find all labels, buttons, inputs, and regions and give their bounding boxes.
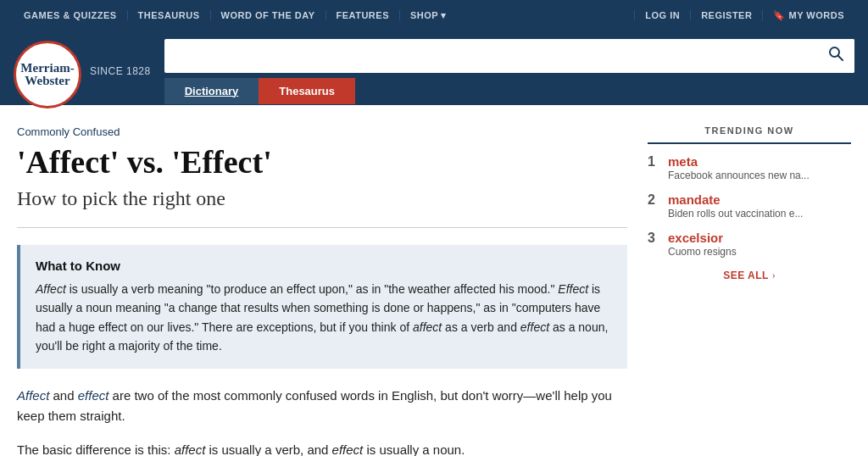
trending-word-1[interactable]: meta: [668, 154, 810, 169]
trending-divider: [648, 142, 851, 144]
content-area: Commonly Confused 'Affect' vs. 'Effect' …: [17, 125, 627, 456]
trending-item-3: 3 excelsior Cuomo resigns: [648, 231, 851, 259]
sidebar: Trending Now 1 meta Facebook announces n…: [648, 125, 851, 456]
nav-shop[interactable]: Shop ▾: [400, 10, 457, 21]
trending-item-2: 2 mandate Biden rolls out vaccination e.…: [648, 192, 851, 220]
tab-bar: Dictionary Thesaurus: [164, 78, 854, 104]
trending-desc-3: Cuomo resigns: [668, 246, 737, 258]
search-button[interactable]: [817, 39, 854, 73]
bookmark-icon: 🔖: [773, 10, 786, 20]
search-input[interactable]: [164, 48, 817, 64]
nav-games[interactable]: Games & Quizzes: [14, 10, 128, 20]
main-content: Commonly Confused 'Affect' vs. 'Effect' …: [0, 105, 868, 456]
trending-word-2[interactable]: mandate: [668, 192, 803, 207]
effect-italic-1: Effect: [558, 282, 588, 296]
tab-dictionary[interactable]: Dictionary: [164, 78, 259, 104]
effect-link-1[interactable]: effect: [78, 388, 109, 403]
affect-italic: Affect: [36, 282, 66, 296]
affect-italic-2: affect: [413, 320, 442, 334]
nav-register[interactable]: Register: [690, 10, 762, 20]
divider: [17, 227, 627, 228]
chevron-down-icon: ▾: [441, 10, 447, 21]
trending-rank-2: 2: [648, 192, 659, 208]
article-title: 'Affect' vs. 'Effect': [17, 145, 627, 181]
nav-my-words[interactable]: 🔖 My Words: [762, 10, 854, 21]
article-body: Affect and effect are two of the most co…: [17, 386, 627, 456]
nav-login[interactable]: Log In: [634, 10, 690, 20]
top-nav: Games & Quizzes Thesaurus Word of the Da…: [0, 0, 868, 31]
trending-rank-3: 3: [648, 231, 659, 246]
logo[interactable]: Merriam- Webster: [14, 41, 81, 108]
search-tab-area: Dictionary Thesaurus: [164, 39, 854, 104]
search-bar: [164, 39, 854, 73]
trending-rank-1: 1: [648, 154, 659, 170]
logo-text: Merriam- Webster: [20, 62, 74, 87]
logo-area: Merriam- Webster SINCE 1828: [14, 37, 151, 105]
affect-link-1[interactable]: Affect: [17, 388, 49, 403]
what-to-know-text: Affect is usually a verb meaning "to pro…: [36, 280, 612, 356]
see-all-link[interactable]: SEE ALL: [723, 270, 769, 281]
header: Merriam- Webster SINCE 1828 Dictionary T…: [0, 31, 868, 105]
trending-item-1: 1 meta Facebook announces new na...: [648, 154, 851, 182]
trending-header: Trending Now: [648, 125, 851, 136]
chevron-right-icon: ›: [772, 269, 776, 281]
trending-desc-1: Facebook announces new na...: [668, 170, 810, 181]
nav-thesaurus-top[interactable]: Thesaurus: [128, 10, 211, 20]
search-icon: [827, 45, 844, 66]
effect-italic-2: effect: [520, 320, 549, 334]
top-nav-left: Games & Quizzes Thesaurus Word of the Da…: [14, 10, 457, 21]
nav-word-of-day[interactable]: Word of the Day: [211, 10, 326, 20]
svg-line-1: [838, 56, 843, 61]
tab-thesaurus[interactable]: Thesaurus: [259, 78, 355, 104]
article-para-1: Affect and effect are two of the most co…: [17, 386, 627, 426]
affect-italic-inline: affect: [175, 442, 206, 456]
what-to-know-title: What to Know: [36, 259, 612, 273]
what-to-know-box: What to Know Affect is usually a verb me…: [17, 245, 627, 370]
effect-italic-inline: effect: [332, 442, 364, 456]
see-all: SEE ALL ›: [648, 269, 851, 281]
since-text: SINCE 1828: [90, 65, 151, 77]
trending-desc-2: Biden rolls out vaccination e...: [668, 208, 803, 220]
article-para-2: The basic difference is this: affect is …: [17, 440, 627, 456]
article-subtitle: How to pick the right one: [17, 187, 627, 210]
article-label: Commonly Confused: [17, 125, 627, 138]
trending-word-3[interactable]: excelsior: [668, 231, 737, 245]
top-nav-right: Log In Register 🔖 My Words: [634, 10, 854, 21]
nav-features[interactable]: Features: [326, 10, 400, 20]
